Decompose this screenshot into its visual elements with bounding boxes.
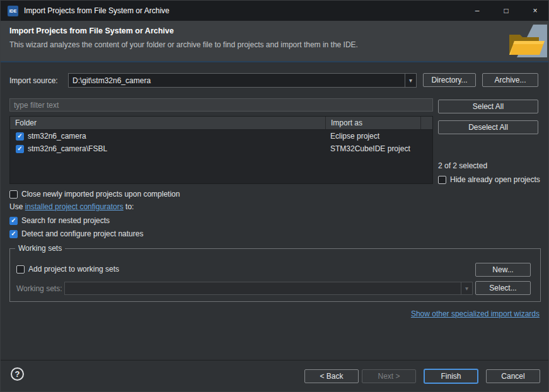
table-row[interactable]: ✓ stm32n6_camera Eclipse project bbox=[10, 130, 432, 142]
check-icon: ✓ bbox=[11, 231, 16, 237]
select-working-set-button[interactable]: Select... bbox=[475, 281, 531, 295]
chevron-down-icon[interactable]: ▾ bbox=[461, 282, 472, 294]
row-checkbox-checked-icon[interactable]: ✓ bbox=[16, 132, 24, 141]
column-header-import-as[interactable]: Import as bbox=[326, 117, 421, 129]
help-button[interactable]: ? bbox=[11, 367, 24, 381]
working-sets-field-label: Working sets: bbox=[16, 284, 62, 293]
column-header-folder[interactable]: Folder bbox=[10, 117, 326, 129]
import-projects-dialog: IDE Import Projects from File System or … bbox=[0, 0, 549, 392]
directory-button[interactable]: Directory... bbox=[423, 73, 476, 87]
finish-button[interactable]: Finish bbox=[424, 369, 478, 383]
project-natures-label: Detect and configure project natures bbox=[21, 229, 143, 238]
chevron-down-icon[interactable]: ▾ bbox=[405, 74, 416, 87]
import-source-label: Import source: bbox=[9, 76, 58, 85]
other-wizards-link-wrap: Show other specialized import wizards bbox=[411, 309, 540, 318]
cancel-button[interactable]: Cancel bbox=[486, 369, 540, 383]
app-icon: IDE bbox=[8, 6, 18, 16]
row-import-as-cell: STM32CubeIDE project bbox=[330, 144, 410, 153]
row-checkbox-checked-icon[interactable]: ✓ bbox=[16, 145, 24, 153]
installed-configurators-link[interactable]: installed project configurators bbox=[25, 202, 124, 211]
minimize-button[interactable]: – bbox=[463, 1, 492, 21]
help-icon: ? bbox=[15, 369, 20, 379]
projects-table: Folder Import as ✓ stm32n6_camera Eclips… bbox=[9, 116, 433, 184]
projects-table-header: Folder Import as bbox=[10, 117, 432, 130]
use-prefix: Use bbox=[9, 202, 25, 211]
other-wizards-link[interactable]: Show other specialized import wizards bbox=[411, 309, 540, 318]
row-folder-cell: stm32n6_camera\FSBL bbox=[28, 144, 107, 153]
close-icon: × bbox=[533, 6, 537, 15]
table-row[interactable]: ✓ stm32n6_camera\FSBL STM32CubeIDE proje… bbox=[10, 142, 432, 155]
working-sets-group-title: Working sets bbox=[15, 244, 65, 253]
select-all-button[interactable]: Select All bbox=[438, 100, 538, 113]
nested-projects-label: Search for nested projects bbox=[21, 216, 110, 225]
close-imported-checkbox[interactable]: Close newly imported projects upon compl… bbox=[9, 189, 180, 199]
use-suffix: to: bbox=[124, 202, 134, 211]
titlebar: IDE Import Projects from File System or … bbox=[1, 1, 549, 21]
archive-button[interactable]: Archive... bbox=[482, 73, 538, 87]
minimize-icon: – bbox=[475, 6, 480, 15]
hide-open-projects-checkbox[interactable]: Hide already open projects bbox=[438, 175, 540, 185]
checkbox-unchecked-icon bbox=[9, 190, 18, 199]
check-icon: ✓ bbox=[17, 133, 22, 139]
check-icon: ✓ bbox=[11, 217, 16, 224]
working-sets-group: Working sets Add project to working sets… bbox=[9, 248, 541, 302]
working-sets-combo[interactable]: ▾ bbox=[64, 282, 473, 295]
project-natures-checkbox[interactable]: ✓ Detect and configure project natures bbox=[9, 229, 143, 239]
wizard-subtitle: This wizard analyzes the content of your… bbox=[9, 40, 358, 49]
next-button[interactable]: Next > bbox=[362, 369, 416, 383]
window-title: Import Projects from File System or Arch… bbox=[24, 6, 170, 15]
filter-input[interactable] bbox=[9, 98, 433, 112]
import-source-value: D:\git\stm32n6_camera bbox=[69, 76, 405, 85]
wizard-title: Import Projects from File System or Arch… bbox=[9, 26, 174, 35]
column-header-import-as-label: Import as bbox=[331, 118, 362, 127]
hide-open-projects-label: Hide already open projects bbox=[450, 175, 540, 184]
checkbox-unchecked-icon bbox=[438, 176, 446, 184]
checkbox-checked-icon: ✓ bbox=[9, 217, 18, 225]
open-folder-icon bbox=[503, 25, 547, 59]
close-imported-label: Close newly imported projects upon compl… bbox=[21, 190, 180, 199]
row-folder-cell: stm32n6_camera bbox=[28, 132, 86, 141]
column-header-folder-label: Folder bbox=[15, 118, 37, 127]
nested-projects-checkbox[interactable]: ✓ Search for nested projects bbox=[9, 216, 110, 226]
footer-separator bbox=[1, 360, 549, 360]
check-icon: ✓ bbox=[17, 146, 22, 152]
checkbox-unchecked-icon bbox=[16, 265, 25, 274]
configurators-line: Use installed project configurators to: bbox=[9, 202, 134, 211]
wizard-header: Import Projects from File System or Arch… bbox=[1, 21, 549, 62]
window-controls: – □ × bbox=[463, 1, 549, 21]
deselect-all-button[interactable]: Deselect All bbox=[438, 120, 538, 134]
import-source-combo[interactable]: D:\git\stm32n6_camera ▾ bbox=[68, 73, 417, 88]
back-button[interactable]: < Back bbox=[304, 369, 359, 383]
add-to-working-sets-checkbox[interactable]: Add project to working sets bbox=[16, 264, 119, 274]
new-working-set-button[interactable]: New... bbox=[475, 263, 531, 277]
maximize-icon: □ bbox=[504, 6, 508, 15]
column-header-spacer bbox=[421, 117, 432, 129]
close-button[interactable]: × bbox=[521, 1, 549, 21]
selection-status: 2 of 2 selected bbox=[438, 161, 487, 170]
add-to-working-sets-label: Add project to working sets bbox=[28, 265, 119, 274]
maximize-button[interactable]: □ bbox=[492, 1, 521, 21]
checkbox-checked-icon: ✓ bbox=[9, 230, 18, 238]
row-import-as-cell: Eclipse project bbox=[330, 132, 379, 141]
